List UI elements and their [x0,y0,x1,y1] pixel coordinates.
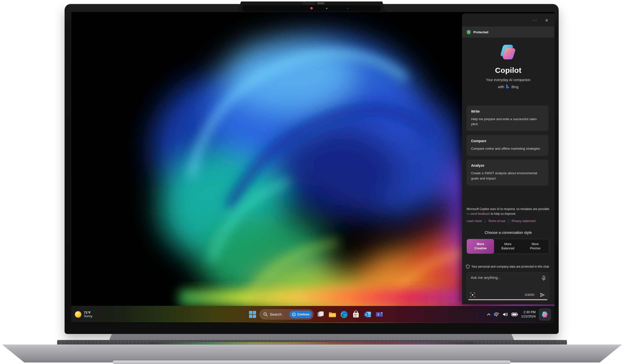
start-button[interactable] [248,310,257,319]
data-protection-text: Your personal and company data are prote… [471,265,549,268]
card-title: Analyze [471,163,544,167]
search-box[interactable]: Search c Contoso [260,309,314,319]
protected-label: Protected [473,30,488,34]
style-option-more-precise[interactable]: More Precise [522,239,549,254]
input-accent-underline [468,299,547,300]
suggestion-card-compare[interactable]: Compare Compare online and offline marke… [467,135,548,156]
file-explorer-icon [328,310,336,318]
with-word: with [498,85,504,89]
store-button[interactable] [351,310,361,319]
contoso-badge[interactable]: c Contoso [289,311,312,318]
copilot-tagline: Your everyday AI companion [462,78,554,82]
wifi-icon[interactable] [494,312,499,317]
notch-grip-texture [303,2,315,5]
webcam-lens-icon [326,8,327,9]
terms-of-use-link[interactable]: Terms of use [488,219,506,223]
bing-icon [506,84,510,89]
marketing-scene: 71°F Sunny Search [0,0,624,364]
mic-icon[interactable] [542,276,546,281]
card-title: Compare [471,139,544,143]
style-option-more-creative[interactable]: More Creative [467,239,494,254]
contoso-badge-label: Contoso [297,313,309,316]
card-title: Write [471,109,544,113]
teams-icon: T [376,311,383,318]
link-separator: | [508,219,509,223]
teams-button[interactable]: T [375,310,384,319]
outlook-button[interactable]: O [363,310,372,319]
webcam-bar [242,5,381,11]
webcam-led-icon [310,7,313,10]
bing-word: Bing [511,85,518,89]
chat-input-box: 0/4000 [467,272,549,300]
windows-start-icon [249,311,256,318]
send-icon[interactable] [539,292,545,298]
chat-input[interactable] [470,275,538,289]
privacy-statement-link[interactable]: Privacy statement [512,219,535,223]
send-feedback-link[interactable]: send feedback [470,212,490,216]
edge-button[interactable] [339,310,349,319]
close-icon: × [545,18,548,23]
with-bing-line: with Bing [462,84,554,89]
sun-icon [75,311,81,318]
notch-latch [317,3,324,4]
learn-more-link[interactable]: Learn more [467,219,482,223]
shield-icon [467,30,471,35]
conversation-style-heading: Choose a conversation style [462,230,554,235]
contoso-logo-icon: c [292,313,296,316]
clock-date: 1/22/2024 [521,314,536,319]
file-explorer-button[interactable] [328,310,337,319]
style-option-line2: Creative [474,246,487,251]
card-description: Create a SWOT analysis about environment… [471,171,542,181]
style-option-line1: More [504,242,511,246]
search-placeholder: Search [270,312,287,316]
volume-icon[interactable] [503,312,508,317]
laptop-base [2,344,622,362]
shield-outline-icon [466,265,470,269]
panel-header: ··· × [462,14,554,27]
svg-text:T: T [377,313,379,316]
clock-time: 2:30 PM [521,310,536,314]
ai-disclaimer: Microsoft Copilot uses AI to respond, so… [467,207,550,216]
task-view-icon [317,311,324,318]
char-counter: 0/4000 [525,293,534,297]
outlook-icon: O [364,311,371,318]
visual-search-icon[interactable] [470,292,475,298]
more-options-button[interactable]: ··· [531,17,538,24]
clock[interactable]: 2:30 PM 1/22/2024 [521,310,536,319]
copilot-brand: Copilot Your everyday AI companion with … [462,43,554,89]
style-option-line1: More [532,242,539,246]
close-button[interactable]: × [543,17,550,24]
suggestion-card-write[interactable]: Write Help me prepare and write a succes… [467,105,548,131]
copilot-taskbar-button[interactable] [539,308,551,320]
keyboard-reflection [150,342,474,344]
svg-text:O: O [365,313,367,316]
webcam-sensor-icon [347,8,348,9]
laptop-screen: 71°F Sunny Search [71,12,554,323]
copilot-title: Copilot [462,66,554,75]
style-option-line2: Balanced [501,246,514,251]
more-icon: ··· [532,18,537,23]
suggestion-card-analyze[interactable]: Analyze Create a SWOT analysis about env… [467,159,548,185]
copilot-logo-icon [499,43,517,61]
style-option-line2: Precise [530,246,540,251]
footer-links: Learn more | Terms of use | Privacy stat… [467,219,536,223]
style-option-line1: More [477,242,484,246]
link-separator: | [485,219,485,223]
search-icon [263,312,268,316]
card-description: Help me prepare and write a successful s… [471,117,542,127]
copilot-logo-icon [541,311,548,318]
laptop-front-lip [113,360,511,364]
taskbar: 71°F Sunny Search [71,306,554,322]
conversation-style-toggle: More Creative More Balanced More Precise [467,239,549,254]
weather-temperature: 71°F [84,311,92,315]
battery-icon[interactable] [511,313,518,316]
chevron-up-icon[interactable] [487,313,491,316]
webcam-notch [237,2,386,13]
suggestion-cards: Write Help me prepare and write a succes… [467,105,548,186]
protected-banner: Protected [462,27,554,38]
card-description: Compare online and offline marketing str… [471,146,542,151]
task-view-button[interactable] [316,310,325,319]
weather-widget[interactable]: 71°F Sunny [75,306,92,322]
data-protection-note: Your personal and company data are prote… [466,265,553,269]
style-option-more-balanced[interactable]: More Balanced [494,239,521,254]
